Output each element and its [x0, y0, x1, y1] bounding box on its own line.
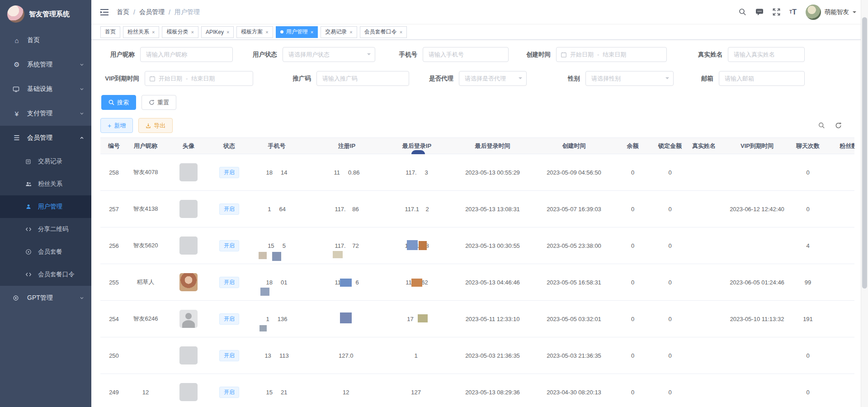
close-icon[interactable]: × — [311, 29, 313, 35]
cell-nickname: 智友5620 — [127, 227, 164, 264]
filter-row-1: 用户昵称 用户状态 请选择用户状态 手机号 创建时间 开始日期 - — [100, 47, 854, 62]
cell-nickname: 智友6246 — [127, 301, 164, 337]
sidebar-item-share-qrcode[interactable]: 分享二维码 — [0, 218, 91, 241]
cell-nickname — [127, 337, 164, 374]
close-icon[interactable]: × — [226, 29, 229, 35]
breadcrumb-member[interactable]: 会员管理 — [139, 8, 165, 16]
tab-template-plan[interactable]: 模板方案× — [236, 26, 273, 38]
sidebar-item-packages[interactable]: 会员套餐 — [0, 241, 91, 263]
cell-last-login: 2023-05-13 04:46:46 — [448, 264, 537, 301]
refresh-icon[interactable] — [835, 122, 842, 129]
sidebar-item-label: 基础设施 — [27, 85, 52, 93]
cell-chats: 191 — [792, 301, 824, 337]
reset-button[interactable]: 重置 — [142, 95, 176, 110]
is-agent-select[interactable]: 请选择是否代理 — [459, 71, 527, 86]
sidebar-toggle-icon[interactable] — [100, 9, 108, 16]
status-badge: 开启 — [219, 387, 239, 398]
search-icon[interactable] — [739, 8, 746, 16]
tab-fans[interactable]: 粉丝关系× — [123, 26, 159, 38]
cell-reg-ip — [308, 301, 385, 337]
start-date-placeholder: 开始日期 — [570, 51, 594, 59]
tab-package-codes[interactable]: 会员套餐口令× — [360, 26, 407, 38]
close-icon[interactable]: × — [400, 29, 402, 35]
table-row[interactable]: 257 智友4138 开启 1 64 117. 86 117.1 2 2023-… — [100, 191, 854, 227]
select-placeholder: 请选择是否代理 — [465, 75, 506, 83]
breadcrumb: 首页 / 会员管理 / 用户管理 — [117, 8, 200, 16]
filter-label: 性别 — [563, 75, 585, 83]
scrollbar-thumb[interactable] — [862, 17, 867, 289]
real-name-input[interactable] — [728, 47, 805, 62]
cell-last-ip: 117. 3 — [385, 154, 448, 191]
sidebar-item-label: 会员管理 — [27, 134, 52, 142]
avatar — [179, 200, 198, 218]
show-search-icon[interactable] — [818, 122, 825, 129]
logo[interactable]: 智友管理系统 — [0, 0, 91, 28]
col-reg-ip: 注册IP — [308, 138, 385, 154]
avatar — [179, 237, 198, 255]
sidebar-item-infrastructure[interactable]: 基础设施 — [0, 77, 91, 101]
table-row[interactable]: 254 智友6246 开启 1 136 17 79 2023-05-11 12:… — [100, 301, 854, 337]
cell-status: 开启 — [213, 337, 245, 374]
sidebar-item-gpt[interactable]: GPT管理 — [0, 286, 91, 310]
promo-code-input[interactable] — [316, 71, 409, 86]
sidebar-item-home[interactable]: ⌂ 首页 — [0, 28, 91, 52]
user-icon — [25, 204, 33, 210]
tab-home[interactable]: 首页 — [100, 26, 120, 38]
cell-last-ip: 17 79 — [385, 301, 448, 337]
close-icon[interactable]: × — [191, 29, 193, 35]
sidebar-item-payment[interactable]: ¥ 支付管理 — [0, 101, 91, 126]
yen-icon: ¥ — [13, 110, 21, 118]
fullscreen-icon[interactable] — [773, 8, 780, 16]
logo-avatar — [7, 5, 24, 23]
sidebar-item-fans[interactable]: 粉丝关系 — [0, 173, 91, 195]
search-button[interactable]: 搜索 — [101, 95, 136, 110]
table-row[interactable]: 249 12 开启 15 21 12 127 2023-05-13 08:29:… — [100, 374, 854, 407]
gender-select[interactable]: 请选择性别 — [585, 71, 674, 86]
vip-expire-date-range[interactable]: 开始日期 - 结束日期 — [145, 71, 253, 86]
end-date-placeholder: 结束日期 — [603, 51, 626, 59]
font-size-icon[interactable]: TT — [789, 8, 797, 16]
sidebar-item-users[interactable]: 用户管理 — [0, 195, 91, 218]
table-row[interactable]: 250 开启 13 113 127.0 1 2023-05-03 21:36:3… — [100, 337, 854, 374]
cell-fans — [824, 301, 854, 337]
email-input[interactable] — [719, 71, 805, 86]
avatar — [806, 5, 821, 20]
tab-apikey[interactable]: APIKey× — [201, 26, 234, 38]
censor-patch — [340, 312, 352, 323]
export-button[interactable]: 导出 — [138, 118, 173, 133]
close-icon[interactable]: × — [152, 29, 155, 35]
cell-created: 2023-05-05 16:58:31 — [537, 264, 611, 301]
user-status-select[interactable]: 请选择用户状态 — [283, 47, 375, 62]
sidebar-item-system[interactable]: ⚙ 系统管理 — [0, 52, 91, 77]
tab-transactions[interactable]: 交易记录× — [321, 26, 357, 38]
tabs-bar: 首页 粉丝关系× 模板分类× APIKey× 模板方案× 用户管理× 交易记录×… — [91, 24, 868, 40]
message-icon[interactable] — [755, 8, 764, 16]
censor-patch — [272, 252, 281, 261]
created-date-range[interactable]: 开始日期 - 结束日期 — [556, 47, 667, 62]
sidebar: 智友管理系统 ⌂ 首页 ⚙ 系统管理 基础设施 ¥ 支付管理 ☰ 会员管理 — [0, 0, 91, 407]
sidebar-item-member[interactable]: ☰ 会员管理 — [0, 126, 91, 150]
cell-avatar — [164, 264, 213, 301]
tab-user-management[interactable]: 用户管理× — [276, 26, 318, 38]
cell-last-ip: 117.1 8 — [385, 227, 448, 264]
phone-input[interactable] — [423, 47, 509, 62]
cell-avatar — [164, 337, 213, 374]
close-icon[interactable]: × — [265, 29, 268, 35]
nickname-input[interactable] — [140, 47, 233, 62]
table-row[interactable]: 258 智友4078 开启 18 14 11 0.86 117. 3 2023-… — [100, 154, 854, 191]
user-menu[interactable]: 萌能智友 — [806, 5, 856, 20]
tab-template-category[interactable]: 模板分类× — [162, 26, 198, 38]
add-button[interactable]: + 新增 — [100, 118, 133, 133]
close-icon[interactable]: × — [349, 29, 352, 35]
tab-label: 交易记录 — [325, 28, 347, 36]
cell-last-login: 2023-05-03 21:36:35 — [448, 337, 537, 374]
table-row[interactable]: 256 智友5620 开启 15 5 117. 72 117.1 8 2023-… — [100, 227, 854, 264]
cell-real-name — [686, 337, 722, 374]
cell-id: 249 — [100, 374, 127, 407]
sidebar-item-package-codes[interactable]: 会员套餐口令 — [0, 263, 91, 286]
status-badge: 开启 — [219, 277, 239, 288]
vertical-scrollbar[interactable] — [861, 0, 868, 407]
table-row[interactable]: 255 稻草人 开启 18 01 117.1 6 117 62 2023-05-… — [100, 264, 854, 301]
breadcrumb-home[interactable]: 首页 — [117, 8, 129, 16]
sidebar-item-transactions[interactable]: 交易记录 — [0, 150, 91, 173]
